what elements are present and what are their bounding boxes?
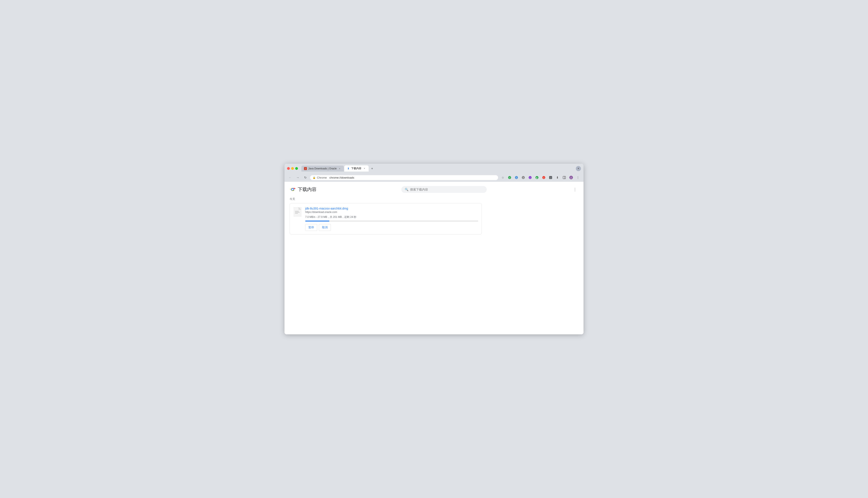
forward-button[interactable]: → [295, 174, 301, 181]
extension-icon-3[interactable]: X [520, 174, 526, 181]
extension-icon-7[interactable]: ⬡ [548, 174, 553, 181]
site-label: Chrome [317, 176, 327, 179]
bookmark-icon[interactable]: ☆ [500, 174, 506, 181]
extension-icon-5[interactable]: ▶ [534, 174, 540, 181]
chrome-logo-icon [290, 186, 296, 193]
tab-java-close[interactable]: × [338, 167, 341, 170]
svg-text:X: X [523, 177, 524, 179]
pause-button[interactable]: 暂停 [305, 224, 317, 231]
minimize-window-button[interactable] [291, 167, 294, 170]
svg-rect-27 [295, 211, 299, 211]
section-today-label: 今天 [284, 197, 584, 203]
address-bar[interactable]: 🔒 Chrome chrome://downloads [310, 175, 498, 180]
svg-text:J: J [305, 168, 306, 170]
svg-text:人: 人 [570, 176, 572, 179]
svg-rect-16 [563, 176, 565, 179]
page-content: 下载内容 🔍 ⋮ 今天 [284, 182, 584, 335]
toolbar-icons: ☆ V S X κ ▶ O ⬡ ⬇ [500, 174, 581, 181]
chrome-menu-button[interactable]: ⋮ [575, 174, 581, 181]
tab-strip-menu[interactable]: ▼ [576, 166, 581, 171]
url-text: chrome://downloads [329, 176, 354, 179]
maximize-window-button[interactable] [295, 167, 298, 170]
search-input[interactable] [410, 188, 483, 191]
tab-downloads-favicon: ⬇ [347, 167, 350, 170]
svg-rect-29 [295, 213, 298, 213]
refresh-button[interactable]: ↻ [303, 174, 308, 181]
svg-text:⬡: ⬡ [550, 177, 551, 179]
more-options-button[interactable]: ⋮ [572, 186, 578, 193]
svg-point-23 [292, 189, 293, 190]
download-item: jdk-8u391-macosx-aarch64.dmg https://dow… [290, 203, 482, 235]
extension-icon-4[interactable]: κ [527, 174, 533, 181]
svg-rect-28 [295, 212, 299, 212]
downloads-title-area: 下载内容 [290, 186, 317, 193]
download-status: 7.0 MB/s - 27.9 MB，共 201 MB，还剩 24 秒 [305, 215, 478, 219]
page-title: 下载内容 [298, 186, 317, 193]
download-info: jdk-8u391-macosx-aarch64.dmg https://dow… [305, 207, 478, 231]
extension-icon-6[interactable]: O [541, 174, 547, 181]
file-icon [293, 207, 302, 217]
browser-window: J Java Downloads | Oracle × ⬇ 下载内容 × + ▼ [284, 163, 584, 335]
profile-icon[interactable]: 人 [568, 174, 574, 181]
search-icon: 🔍 [405, 188, 408, 191]
title-bar: J Java Downloads | Oracle × ⬇ 下载内容 × + ▼ [284, 163, 584, 173]
tab-downloads[interactable]: ⬇ 下载内容 × [344, 165, 369, 172]
download-actions: 暂停 取消 [305, 224, 478, 231]
toolbar: ← → ↻ 🔒 Chrome chrome://downloads ☆ V S … [284, 173, 584, 182]
extension-icon-2[interactable]: S [513, 174, 520, 181]
traffic-lights [287, 167, 298, 170]
cancel-button[interactable]: 取消 [319, 224, 331, 231]
progress-bar-container [305, 221, 478, 222]
close-window-button[interactable] [287, 167, 290, 170]
new-tab-button[interactable]: + [369, 166, 375, 172]
svg-text:V: V [509, 177, 510, 179]
lock-icon: 🔒 [313, 176, 316, 179]
tab-java[interactable]: J Java Downloads | Oracle × [301, 166, 344, 172]
tab-downloads-label: 下载内容 [351, 167, 361, 170]
extension-icon-1[interactable]: V [507, 174, 513, 181]
svg-text:O: O [543, 177, 545, 179]
download-status-icon[interactable]: ⬇ [554, 174, 560, 181]
side-panel-icon[interactable] [561, 174, 567, 181]
search-bar[interactable]: 🔍 [401, 186, 487, 193]
tab-java-label: Java Downloads | Oracle [308, 167, 336, 170]
svg-text:S: S [516, 177, 517, 179]
svg-text:▶: ▶ [536, 177, 538, 179]
window-controls-row: J Java Downloads | Oracle × ⬇ 下载内容 × + ▼ [287, 165, 581, 172]
tab-java-favicon: J [304, 167, 307, 170]
tab-downloads-close[interactable]: × [363, 167, 366, 170]
tabs-row: J Java Downloads | Oracle × ⬇ 下载内容 × + [301, 165, 375, 172]
back-button[interactable]: ← [287, 174, 293, 181]
file-url: https://download.oracle.com [305, 211, 478, 213]
file-name[interactable]: jdk-8u391-macosx-aarch64.dmg [305, 207, 478, 210]
search-bar-container: 🔍 [317, 186, 572, 193]
progress-bar-fill [305, 221, 329, 222]
downloads-header: 下载内容 🔍 ⋮ [284, 186, 584, 197]
